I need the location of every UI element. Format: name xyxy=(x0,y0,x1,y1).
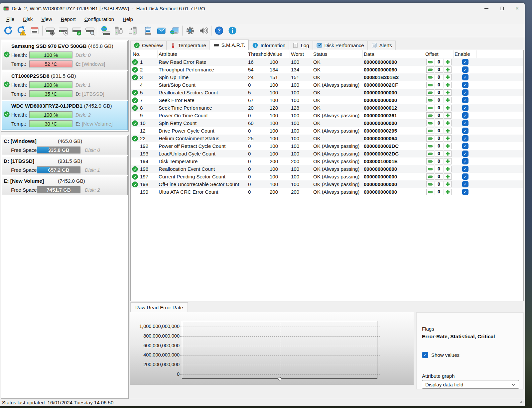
enable-checkbox[interactable]: ✓ xyxy=(462,112,468,119)
graph-tab-raw-read-error-rate[interactable]: Raw Read Error Rate xyxy=(130,302,188,312)
tab-s-m-a-r-t[interactable]: S.M.A.R.T. xyxy=(210,40,249,50)
enable-checkbox[interactable]: ✓ xyxy=(462,59,468,65)
offset-decrease-button[interactable] xyxy=(426,82,434,88)
toolbar-disk-acoustic-button[interactable] xyxy=(44,25,57,37)
menu-disk[interactable]: Disk xyxy=(19,15,37,23)
enable-checkbox[interactable]: ✓ xyxy=(462,128,468,134)
toolbar-email-button[interactable] xyxy=(155,25,168,37)
resize-grip[interactable] xyxy=(519,398,524,405)
enable-checkbox[interactable]: ✓ xyxy=(462,105,468,111)
smart-row-196[interactable]: 196Reallocation Event Count0100100OK (Al… xyxy=(131,165,523,173)
tab-disk-performance[interactable]: Disk Performance xyxy=(313,41,368,50)
offset-decrease-button[interactable] xyxy=(426,66,434,73)
menu-configuration[interactable]: Configuration xyxy=(80,15,118,23)
show-values-checkbox[interactable]: ✓ xyxy=(422,352,428,358)
offset-increase-button[interactable] xyxy=(444,112,452,119)
smart-row-194[interactable]: 194Disk Temperature0200200OK (Always pas… xyxy=(131,157,523,165)
offset-increase-button[interactable] xyxy=(444,173,452,180)
offset-increase-button[interactable] xyxy=(444,105,452,111)
toolbar-refresh-button[interactable] xyxy=(1,25,15,37)
offset-decrease-button[interactable] xyxy=(426,97,434,103)
offset-increase-button[interactable] xyxy=(444,135,452,142)
minimize-button[interactable] xyxy=(479,3,494,14)
offset-decrease-button[interactable] xyxy=(426,173,434,180)
offset-increase-button[interactable] xyxy=(444,143,452,149)
toolbar-disk-search-button[interactable] xyxy=(83,25,97,37)
offset-increase-button[interactable] xyxy=(444,59,452,65)
enable-checkbox[interactable]: ✓ xyxy=(462,120,468,126)
offset-decrease-button[interactable] xyxy=(426,112,434,119)
smart-row-1[interactable]: 1Raw Read Error Rate16100100OK0000000000… xyxy=(131,58,523,66)
toolbar-disk-clock-button[interactable] xyxy=(57,25,70,37)
partition-card-1[interactable]: D: [1TBSSD](931.5 GB)Free Space657.2 GBD… xyxy=(2,156,128,175)
offset-increase-button[interactable] xyxy=(444,128,452,134)
enable-checkbox[interactable]: ✓ xyxy=(462,181,468,187)
offset-decrease-button[interactable] xyxy=(426,74,434,80)
enable-checkbox[interactable]: ✓ xyxy=(462,189,468,195)
offset-decrease-button[interactable] xyxy=(426,166,434,172)
enable-checkbox[interactable]: ✓ xyxy=(462,151,468,157)
smart-row-4[interactable]: 4Start/Stop Count0100100OK (Always passi… xyxy=(131,81,523,89)
enable-checkbox[interactable]: ✓ xyxy=(462,97,468,103)
offset-decrease-button[interactable] xyxy=(426,181,434,187)
smart-row-192[interactable]: 192Power off Retract Cycle Count0100100O… xyxy=(131,142,523,150)
smart-row-22[interactable]: 22Helium Containment Status25100100OK000… xyxy=(131,135,523,142)
smart-row-10[interactable]: 10Spin Retry Count60100100OK000000000000… xyxy=(131,119,523,127)
offset-increase-button[interactable] xyxy=(444,89,452,96)
offset-increase-button[interactable] xyxy=(444,181,452,187)
tab-alerts[interactable]: Alerts xyxy=(368,41,396,50)
offset-decrease-button[interactable] xyxy=(426,135,434,142)
offset-decrease-button[interactable] xyxy=(426,151,434,157)
toolbar-disk-eject-button[interactable] xyxy=(126,25,139,37)
smart-row-7[interactable]: 7Seek Error Rate67100100OK0000000000000✓ xyxy=(131,96,523,104)
smart-row-9[interactable]: 9Power On Time Count0100100OK (Always pa… xyxy=(131,112,523,119)
enable-checkbox[interactable]: ✓ xyxy=(462,166,468,172)
toolbar-sound-button[interactable] xyxy=(197,25,210,37)
offset-increase-button[interactable] xyxy=(444,151,452,157)
smart-row-5[interactable]: 5Reallocated Sectors Count5100100OK00000… xyxy=(131,89,523,96)
smart-row-197[interactable]: 197Current Pending Sector Count0100100OK… xyxy=(131,173,523,180)
offset-decrease-button[interactable] xyxy=(426,120,434,126)
offset-increase-button[interactable] xyxy=(444,166,452,172)
toolbar-report-button[interactable] xyxy=(28,25,41,37)
tab-temperature[interactable]: Temperature xyxy=(167,41,210,50)
offset-increase-button[interactable] xyxy=(444,97,452,103)
toolbar-disk-test-button[interactable] xyxy=(70,25,83,37)
offset-increase-button[interactable] xyxy=(444,74,452,80)
toolbar-help-button[interactable]: ? xyxy=(212,25,226,37)
tab-log[interactable]: Log xyxy=(289,41,313,50)
enable-checkbox[interactable]: ✓ xyxy=(462,66,468,73)
enable-checkbox[interactable]: ✓ xyxy=(462,74,468,80)
offset-increase-button[interactable] xyxy=(444,189,452,195)
disk-card-2[interactable]: WDC WD8003FRYZ-01JPDB1 (7452.0 GB)Health… xyxy=(2,101,128,130)
smart-row-2[interactable]: 2Throughput Performance54134134OK0000000… xyxy=(131,66,523,73)
enable-checkbox[interactable]: ✓ xyxy=(462,143,468,149)
toolbar-info-button[interactable] xyxy=(226,25,239,37)
enable-checkbox[interactable]: ✓ xyxy=(462,173,468,180)
enable-checkbox[interactable]: ✓ xyxy=(462,89,468,96)
attribute-graph-dropdown[interactable]: Display data field xyxy=(422,380,519,389)
offset-decrease-button[interactable] xyxy=(426,158,434,164)
smart-row-193[interactable]: 193Load/Unload Cycle Count0100100OK (Alw… xyxy=(131,150,523,157)
smart-row-8[interactable]: 8Seek Time Performance20128128OK00000000… xyxy=(131,104,523,112)
smart-row-12[interactable]: 12Drive Power Cycle Count0100100OK (Alwa… xyxy=(131,127,523,135)
offset-decrease-button[interactable] xyxy=(426,59,434,65)
offset-decrease-button[interactable] xyxy=(426,143,434,149)
toolbar-settings-gear-button[interactable] xyxy=(184,25,197,37)
maximize-button[interactable] xyxy=(494,3,509,14)
menu-file[interactable]: File xyxy=(2,15,19,23)
smart-row-199[interactable]: 199Ultra ATA CRC Error Count0200200OK (A… xyxy=(131,188,523,196)
offset-increase-button[interactable] xyxy=(444,82,452,88)
offset-decrease-button[interactable] xyxy=(426,128,434,134)
enable-checkbox[interactable]: ✓ xyxy=(462,135,468,142)
disk-card-0[interactable]: Samsung SSD 970 EVO 500GB (465.8 GB)Heal… xyxy=(2,41,128,70)
offset-decrease-button[interactable] xyxy=(426,89,434,96)
menu-help[interactable]: Help xyxy=(118,15,137,23)
partition-card-2[interactable]: E: [New Volume](7452.0 GB)Free Space7451… xyxy=(2,176,128,195)
enable-checkbox[interactable]: ✓ xyxy=(462,82,468,88)
smart-row-198[interactable]: 198Off-Line Uncorrectable Sector Count01… xyxy=(131,180,523,188)
smart-row-3[interactable]: 3Spin Up Time24151151OK000801B201B20✓ xyxy=(131,73,523,81)
enable-checkbox[interactable]: ✓ xyxy=(462,158,468,164)
tab-information[interactable]: Information xyxy=(249,41,289,50)
partition-card-0[interactable]: C: [Windows](465.0 GB)Free Space335.8 GB… xyxy=(2,136,128,155)
